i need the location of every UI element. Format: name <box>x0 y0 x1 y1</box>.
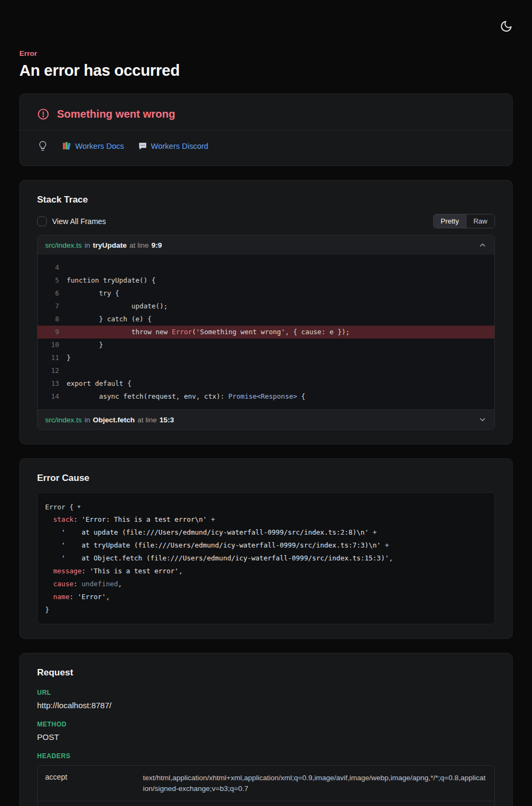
code-line: 6 try { <box>38 287 494 300</box>
code-token: name <box>53 593 69 601</box>
code-token: } <box>67 354 71 362</box>
speech-bubble-icon <box>138 141 147 150</box>
code-token: } catch (e) { <box>67 315 152 323</box>
code-token <box>45 567 53 575</box>
header-name: accept <box>38 766 143 801</box>
chevron-up-icon <box>478 241 487 249</box>
code-token <box>45 528 61 536</box>
pretty-button[interactable]: Pretty <box>434 214 466 228</box>
method-value: POST <box>37 732 495 742</box>
error-cause-panel: Error Cause Error { ▼ stack: 'Error: Thi… <box>19 458 513 639</box>
code-token: undefined <box>82 580 118 588</box>
stack-frame: src/index.ts in tryUpdate at line 9:9 45… <box>37 235 495 430</box>
checkbox-box[interactable] <box>37 217 47 226</box>
chevron-down-icon <box>478 415 487 424</box>
code-token: export default { <box>67 379 131 387</box>
request-title: Request <box>37 667 495 678</box>
stack-code-block: 45function tryUpdate() {6 try {7 update(… <box>38 255 494 409</box>
alert-head: Something went wrong <box>37 108 495 120</box>
frame-in-word: in <box>84 416 90 424</box>
pretty-raw-toggle: Pretty Raw <box>433 214 495 228</box>
code-token: { <box>297 392 305 400</box>
cause-line: stack: 'Error: This is a test error\n' + <box>45 513 487 526</box>
view-all-frames-checkbox[interactable]: View All Frames <box>37 217 106 226</box>
frame-footer[interactable]: src/index.ts in Object.fetch at line 15:… <box>38 409 494 429</box>
header-value: br, gzip <box>143 801 174 806</box>
frame-file: src/index.ts <box>45 416 82 424</box>
line-code: update(); <box>67 300 168 313</box>
workers-discord-link[interactable]: Workers Discord <box>138 141 209 150</box>
cause-line: message: 'This is a test error', <box>45 565 487 578</box>
code-token: + <box>207 515 215 523</box>
theme-toggle-button[interactable] <box>500 19 514 33</box>
code-token: 'This is a test error' <box>90 567 179 575</box>
code-line: 7 update(); <box>38 300 494 313</box>
frame-function: tryUpdate <box>93 241 127 249</box>
view-all-frames-label: View All Frames <box>52 217 106 226</box>
code-token: + <box>381 541 389 549</box>
code-token: stack <box>53 515 74 523</box>
frame-at-word: at line <box>130 241 149 249</box>
line-code: } <box>67 339 103 351</box>
code-token: : <box>74 515 82 523</box>
cause-line: ' at update (file:///Users/edmund/icy-wa… <box>45 526 487 539</box>
frame-header[interactable]: src/index.ts in tryUpdate at line 9:9 <box>38 235 494 255</box>
line-number: 8 <box>38 313 59 326</box>
url-value: http://localhost:8787/ <box>37 701 495 710</box>
code-token <box>45 515 53 523</box>
line-number: 9 <box>38 326 59 339</box>
line-number: 6 <box>38 287 59 300</box>
line-number: 11 <box>38 351 59 364</box>
cause-line: name: 'Error', <box>45 591 487 603</box>
code-token: , <box>106 593 110 601</box>
moon-icon <box>500 20 514 33</box>
code-token: Error { <box>45 503 77 511</box>
code-token: ' at tryUpdate (file:///Users/edmund/icy… <box>61 541 381 549</box>
header-row: accept-encodingbr, gzip <box>38 801 494 806</box>
line-number: 12 <box>38 364 59 377</box>
error-eyebrow: Error <box>19 49 513 57</box>
code-line-highlighted: 9 throw new Error('Something went wrong'… <box>38 326 494 339</box>
code-line: 8 } catch (e) { <box>38 313 494 326</box>
code-line: 12 <box>38 364 494 377</box>
code-token <box>45 593 53 601</box>
lightbulb-icon <box>37 140 48 152</box>
code-token: , <box>389 554 393 562</box>
code-token: , <box>178 567 183 575</box>
code-token: async fetch(request, env, ctx): <box>67 392 228 400</box>
stack-trace-title: Stack Trace <box>37 195 495 205</box>
code-line: 14 async fetch(request, env, ctx): Promi… <box>38 390 494 403</box>
method-label: METHOD <box>37 721 495 728</box>
line-number: 14 <box>38 390 59 403</box>
code-line: 11} <box>38 351 494 364</box>
code-token <box>45 580 53 588</box>
cause-line: ' at tryUpdate (file:///Users/edmund/icy… <box>45 539 487 552</box>
line-number: 10 <box>38 339 59 351</box>
code-token: Promise<Response> <box>228 392 297 400</box>
line-code: } catch (e) { <box>67 313 152 326</box>
cause-line: } <box>45 603 487 616</box>
code-token: message <box>53 567 82 575</box>
frame-at-word: at line <box>138 416 157 424</box>
line-number: 4 <box>38 261 59 274</box>
alert-links: Workers Docs Workers Discord <box>37 140 495 152</box>
code-token: function tryUpdate() { <box>67 276 156 284</box>
headers-label: HEADERS <box>37 752 495 760</box>
code-token: : <box>69 593 77 601</box>
alert-circle-icon <box>37 108 49 120</box>
workers-docs-link[interactable]: Workers Docs <box>62 141 124 150</box>
raw-button[interactable]: Raw <box>466 214 494 228</box>
books-icon <box>62 141 71 150</box>
line-code: export default { <box>67 377 131 390</box>
stack-trace-panel: Stack Trace View All Frames Pretty Raw s… <box>19 180 513 444</box>
frame-function: Object.fetch <box>93 416 135 424</box>
code-line: 13export default { <box>38 377 494 390</box>
code-token: } <box>67 341 103 349</box>
code-token: : <box>74 580 82 588</box>
code-token: ▼ <box>77 504 80 509</box>
error-cause-code-block: Error { ▼ stack: 'Error: This is a test … <box>37 492 495 624</box>
line-code: async fetch(request, env, ctx): Promise<… <box>67 390 305 403</box>
page-title: An error has occurred <box>19 62 513 80</box>
headers-table: accepttext/html,application/xhtml+xml,ap… <box>37 765 495 806</box>
cause-line: cause: undefined, <box>45 578 487 591</box>
